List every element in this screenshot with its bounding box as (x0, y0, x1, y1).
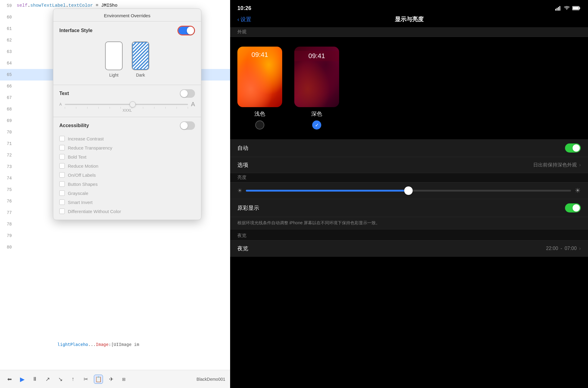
checkbox-smart-invert[interactable]: Smart Invert (59, 199, 195, 205)
interface-style-label: Interface Style (59, 28, 92, 33)
code-area: 59 self.showTextLabel.textColor = JMISho… (0, 0, 230, 370)
scheme-label: BlackDemo001 (197, 377, 225, 382)
dark-mode-phone-icon (132, 41, 149, 70)
dark-appearance-label: 深色 (311, 110, 322, 117)
brightness-slider-row: ☀ ☀ (237, 187, 581, 195)
checkbox-label-reduce-transparency: Reduce Transparency (68, 145, 112, 150)
toolbar-run-icon[interactable]: ▶ (18, 375, 27, 384)
svg-rect-0 (555, 9, 556, 11)
checkbox-bold-text[interactable]: Bold Text (59, 154, 195, 159)
large-a-label: A (191, 101, 195, 108)
true-tone-toggle-knob (573, 204, 580, 212)
nav-title: 显示与亮度 (395, 15, 424, 23)
toolbar-share-icon[interactable]: ✈ (107, 375, 116, 384)
checkbox-grayscale[interactable]: Grayscale (59, 190, 195, 196)
accessibility-checkboxes: Increase Contrast Reduce Transparency Bo… (59, 133, 195, 215)
options-chevron-icon: › (579, 162, 581, 168)
env-overrides-title: Environment Overrides (53, 9, 201, 21)
interface-style-toggle[interactable] (177, 26, 195, 35)
accessibility-toggle-knob (180, 122, 188, 129)
code-line-80: 80 (0, 242, 230, 253)
dynamic-type-slider[interactable] (65, 104, 188, 105)
status-time: 10:26 (237, 5, 251, 12)
signal-icon (555, 6, 561, 11)
small-a-label: A (59, 102, 62, 107)
nav-back-button[interactable]: ‹ 设置 (237, 16, 251, 23)
svg-rect-2 (558, 7, 559, 11)
dark-style-option[interactable]: Dark (132, 41, 149, 77)
true-tone-toggle[interactable] (565, 203, 581, 212)
dark-radio-button[interactable]: ✓ (312, 120, 321, 130)
true-tone-label: 原彩显示 (237, 204, 259, 212)
light-appearance-label: 浅色 (254, 110, 265, 117)
text-section: Text A (53, 85, 201, 117)
svg-rect-5 (580, 7, 580, 9)
nav-bar: ‹ 设置 显示与亮度 (230, 13, 588, 27)
toggle-bg (178, 27, 194, 35)
checkbox-box-bold-text (59, 154, 65, 159)
checkbox-box-increase-contrast (59, 136, 65, 141)
toolbar-grid-icon[interactable]: ⊞ (119, 375, 128, 384)
toolbar-breakpoints-icon[interactable]: ✂ (81, 375, 90, 384)
text-section-label: Text (59, 91, 69, 96)
brightness-slider[interactable] (246, 190, 571, 192)
brightness-fill (246, 190, 408, 192)
toolbar-pause-icon[interactable]: ⏸ (30, 375, 39, 384)
dark-appearance-option[interactable]: 09:41 深色 ✓ (294, 47, 339, 130)
checkbox-box-button-shapes (59, 181, 65, 187)
checkbox-reduce-transparency[interactable]: Reduce Transparency (59, 145, 195, 150)
night-from-time: 22:00 (546, 246, 558, 251)
true-tone-description: 根据环境光线条件自动调整 iPhone 屏幕以在不同环境下保持色彩显示一致。 (237, 220, 380, 225)
dynamic-type-knob (130, 101, 136, 107)
checkbox-box-grayscale (59, 190, 65, 196)
toolbar-debug-icon[interactable]: 📋 (94, 375, 103, 384)
status-icons (555, 6, 581, 11)
brightness-row-container: ☀ ☀ (230, 182, 588, 199)
checkbox-box-differentiate-without-color (59, 209, 65, 214)
checkbox-label-button-shapes: Button Shapes (68, 182, 97, 187)
auto-settings-row[interactable]: 自动 (230, 139, 588, 157)
options-label: 选项 (237, 161, 248, 169)
toolbar-step-out-icon[interactable]: ↑ (68, 375, 78, 384)
checkbox-label-reduce-motion: Reduce Motion (68, 163, 98, 169)
auto-toggle-knob (573, 144, 580, 152)
checkbox-label-increase-contrast: Increase Contrast (68, 136, 104, 141)
checkbox-differentiate-without-color[interactable]: Differentiate Without Color (59, 209, 195, 214)
appearance-section-header: 外观 (237, 29, 581, 35)
toolbar-step-over-icon[interactable]: ↗ (43, 375, 52, 384)
checkbox-label-differentiate-without-color: Differentiate Without Color (68, 209, 121, 214)
options-settings-row[interactable]: 选项 日出前保持深色外观 › (230, 157, 588, 173)
light-style-option[interactable]: Light (105, 41, 123, 77)
checkbox-label-grayscale: Grayscale (68, 191, 88, 196)
toolbar-step-into-icon[interactable]: ↘ (56, 375, 65, 384)
text-section-toggle[interactable] (180, 89, 195, 98)
accessibility-label: Accessibility (59, 123, 89, 128)
night-shift-row[interactable]: 夜览 22:00 - 07:00 › (230, 241, 588, 257)
xxxl-label: XXXL (59, 108, 195, 113)
dark-stripes (132, 42, 149, 70)
checkbox-reduce-motion[interactable]: Reduce Motion (59, 163, 195, 169)
accessibility-toggle[interactable] (180, 121, 195, 130)
dynamic-type-row: A A (59, 101, 195, 108)
options-value: 日出前保持深色外观 (533, 162, 577, 168)
light-appearance-option[interactable]: 09:41 浅色 (237, 47, 282, 130)
checkbox-box-smart-invert (59, 199, 65, 205)
svg-rect-6 (573, 7, 579, 10)
battery-icon (572, 6, 581, 11)
checkbox-on-off-labels[interactable]: On/Off Labels (59, 172, 195, 178)
toolbar-sidebar-icon[interactable]: ⬅ (5, 375, 14, 384)
accessibility-section: Accessibility Increase Contrast Reduce T… (53, 117, 201, 220)
true-tone-row[interactable]: 原彩显示 (230, 199, 588, 217)
brightness-min-icon: ☀ (237, 187, 242, 194)
iphone-panel: 10:26 ‹ (230, 0, 588, 388)
checkbox-button-shapes[interactable]: Button Shapes (59, 181, 195, 187)
auto-toggle[interactable] (565, 143, 581, 153)
light-style-label: Light (109, 73, 118, 77)
dark-appearance-preview: 09:41 (294, 47, 339, 107)
brightness-max-icon: ☀ (575, 187, 581, 195)
checkbox-box-reduce-motion (59, 163, 65, 169)
chevron-left-icon: ‹ (237, 16, 239, 23)
code-line-79: 79 (0, 230, 230, 242)
checkbox-increase-contrast[interactable]: Increase Contrast (59, 136, 195, 141)
light-radio-button[interactable] (255, 120, 264, 130)
